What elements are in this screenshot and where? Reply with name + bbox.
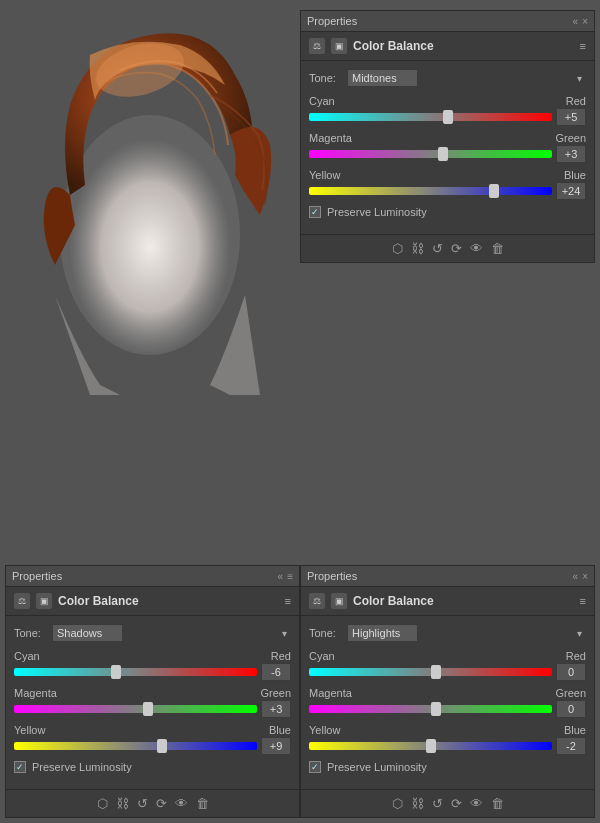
panel-footer-top: ⬡ ⛓ ↺ ⟳ 👁 🗑 — [301, 234, 594, 262]
preserve-checkbox-top[interactable] — [309, 206, 321, 218]
magenta-green-group-bl: Magenta Green +3 — [14, 687, 291, 718]
yellow-blue-group-top: Yellow Blue +24 — [309, 169, 586, 200]
history-icon-bl[interactable]: ⟳ — [156, 796, 167, 811]
panel-main-title-top: Color Balance — [353, 39, 434, 53]
magenta-green-value-br[interactable]: 0 — [556, 700, 586, 718]
balance-icon-br: ⚖ — [309, 593, 325, 609]
tone-row-br: Tone: Shadows Midtones Highlights — [309, 624, 586, 642]
cyan-red-value-br[interactable]: 0 — [556, 663, 586, 681]
eye-icon-top[interactable]: 👁 — [470, 241, 483, 256]
collapse-icon-top[interactable]: « — [573, 16, 579, 27]
magenta-green-thumb-bl[interactable] — [143, 702, 153, 716]
trash-icon-br[interactable]: 🗑 — [491, 796, 504, 811]
yellow-blue-value-bl[interactable]: +9 — [261, 737, 291, 755]
link-icon-br[interactable]: ⛓ — [411, 796, 424, 811]
magenta-green-value-bl[interactable]: +3 — [261, 700, 291, 718]
yellow-blue-thumb-bl[interactable] — [157, 739, 167, 753]
link-icon-top[interactable]: ⛓ — [411, 241, 424, 256]
mask-icon-bl[interactable]: ⬡ — [97, 796, 108, 811]
magenta-green-group-br: Magenta Green 0 — [309, 687, 586, 718]
magenta-green-track-top[interactable] — [309, 150, 552, 158]
cyan-red-track-bl[interactable] — [14, 668, 257, 676]
yellow-label-top: Yellow — [309, 169, 359, 181]
close-icon-br[interactable]: × — [582, 571, 588, 582]
cyan-red-track-top[interactable] — [309, 113, 552, 121]
yellow-blue-labels-br: Yellow Blue — [309, 724, 586, 736]
layer-icon-top: ▣ — [331, 38, 347, 54]
cyan-red-labels-bl: Cyan Red — [14, 650, 291, 662]
trash-icon-top[interactable]: 🗑 — [491, 241, 504, 256]
menu-icon-bl[interactable]: ≡ — [287, 571, 293, 582]
green-label-br: Green — [551, 687, 586, 699]
cyan-red-thumb-top[interactable] — [443, 110, 453, 124]
menu-icon-br[interactable]: ≡ — [580, 595, 586, 607]
collapse-icon-bl[interactable]: « — [278, 571, 284, 582]
blue-label-bl: Blue — [256, 724, 291, 736]
link-icon-bl[interactable]: ⛓ — [116, 796, 129, 811]
refresh-icon-top[interactable]: ↺ — [432, 241, 443, 256]
yellow-blue-track-br[interactable] — [309, 742, 552, 750]
eye-icon-br[interactable]: 👁 — [470, 796, 483, 811]
magenta-green-track-br[interactable] — [309, 705, 552, 713]
close-icon-top[interactable]: × — [582, 16, 588, 27]
panel-header-top: Properties « × — [301, 11, 594, 32]
yellow-blue-track-top[interactable] — [309, 187, 552, 195]
menu-icon-top[interactable]: ≡ — [580, 40, 586, 52]
yellow-blue-track-bl[interactable] — [14, 742, 257, 750]
cyan-red-group-bl: Cyan Red -6 — [14, 650, 291, 681]
panel-header-bl: Properties « ≡ — [6, 566, 299, 587]
panel-main-title-br: Color Balance — [353, 594, 434, 608]
properties-panel-top: Properties « × ⚖ ▣ Color Balance ≡ Tone:… — [300, 10, 595, 263]
magenta-green-slider-container-top: +3 — [309, 145, 586, 163]
properties-panel-bottom-left: Properties « ≡ ⚖ ▣ Color Balance ≡ Tone:… — [5, 565, 300, 818]
panel-title-row-top: ⚖ ▣ Color Balance ≡ — [301, 32, 594, 61]
cyan-red-thumb-br[interactable] — [431, 665, 441, 679]
magenta-green-thumb-top[interactable] — [438, 147, 448, 161]
tone-select-wrapper-bl[interactable]: Shadows Midtones Highlights — [52, 624, 291, 642]
layer-icon-bl: ▣ — [36, 593, 52, 609]
magenta-label-top: Magenta — [309, 132, 359, 144]
cyan-red-slider-container-bl: -6 — [14, 663, 291, 681]
yellow-blue-slider-container-top: +24 — [309, 182, 586, 200]
refresh-icon-br[interactable]: ↺ — [432, 796, 443, 811]
eye-icon-bl[interactable]: 👁 — [175, 796, 188, 811]
collapse-icon-br[interactable]: « — [573, 571, 579, 582]
tone-select-wrapper-br[interactable]: Shadows Midtones Highlights — [347, 624, 586, 642]
yellow-blue-value-top[interactable]: +24 — [556, 182, 586, 200]
panel-header-br: Properties « × — [301, 566, 594, 587]
cyan-red-labels-top: Cyan Red — [309, 95, 586, 107]
cyan-red-slider-container-top: +5 — [309, 108, 586, 126]
tone-select-bl[interactable]: Shadows Midtones Highlights — [52, 624, 123, 642]
magenta-green-thumb-br[interactable] — [431, 702, 441, 716]
magenta-green-labels-br: Magenta Green — [309, 687, 586, 699]
mask-icon-top[interactable]: ⬡ — [392, 241, 403, 256]
yellow-blue-thumb-top[interactable] — [489, 184, 499, 198]
blue-label-top: Blue — [551, 169, 586, 181]
menu-icon-bl2[interactable]: ≡ — [285, 595, 291, 607]
cyan-red-group-top: Cyan Red +5 — [309, 95, 586, 126]
tone-row-bl: Tone: Shadows Midtones Highlights — [14, 624, 291, 642]
magenta-green-track-bl[interactable] — [14, 705, 257, 713]
yellow-blue-value-br[interactable]: -2 — [556, 737, 586, 755]
magenta-green-slider-container-bl: +3 — [14, 700, 291, 718]
magenta-label-bl: Magenta — [14, 687, 64, 699]
tone-select-top[interactable]: Shadows Midtones Highlights — [347, 69, 418, 87]
yellow-blue-group-br: Yellow Blue -2 — [309, 724, 586, 755]
trash-icon-bl[interactable]: 🗑 — [196, 796, 209, 811]
history-icon-br[interactable]: ⟳ — [451, 796, 462, 811]
magenta-green-value-top[interactable]: +3 — [556, 145, 586, 163]
tone-select-br[interactable]: Shadows Midtones Highlights — [347, 624, 418, 642]
cyan-red-value-top[interactable]: +5 — [556, 108, 586, 126]
refresh-icon-bl[interactable]: ↺ — [137, 796, 148, 811]
tone-select-wrapper-top[interactable]: Shadows Midtones Highlights — [347, 69, 586, 87]
cyan-red-thumb-bl[interactable] — [111, 665, 121, 679]
mask-icon-br[interactable]: ⬡ — [392, 796, 403, 811]
preserve-checkbox-bl[interactable] — [14, 761, 26, 773]
magenta-green-group-top: Magenta Green +3 — [309, 132, 586, 163]
cyan-red-track-br[interactable] — [309, 668, 552, 676]
preserve-checkbox-br[interactable] — [309, 761, 321, 773]
history-icon-top[interactable]: ⟳ — [451, 241, 462, 256]
yellow-blue-thumb-br[interactable] — [426, 739, 436, 753]
panel-title-row-br: ⚖ ▣ Color Balance ≡ — [301, 587, 594, 616]
cyan-red-value-bl[interactable]: -6 — [261, 663, 291, 681]
